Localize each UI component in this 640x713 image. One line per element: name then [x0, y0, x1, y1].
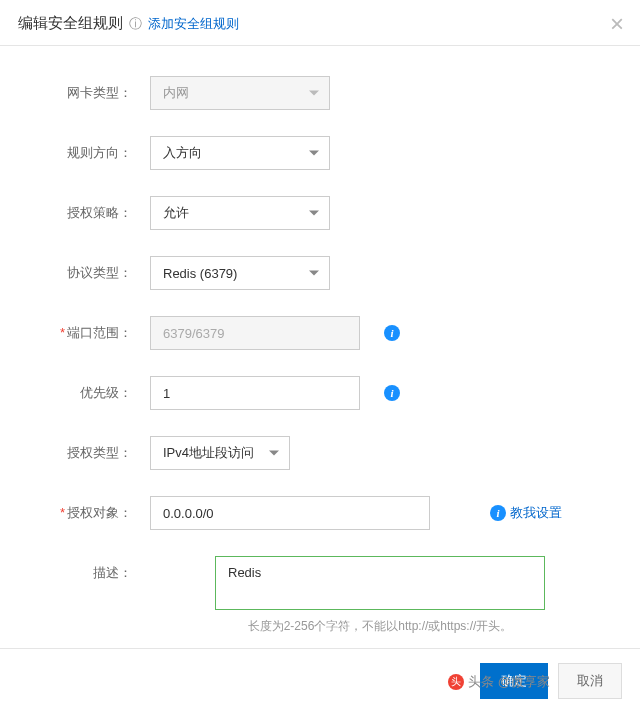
- label-protocol: 协议类型：: [30, 256, 150, 282]
- required-star: *: [60, 325, 65, 340]
- textarea-description[interactable]: [215, 556, 545, 610]
- row-description: 描述： 长度为2-256个字符，不能以http://或https://开头。: [30, 556, 610, 635]
- row-auth-object: *授权对象： i 教我设置: [30, 496, 610, 530]
- select-nic-type-value: 内网: [163, 84, 189, 102]
- close-icon[interactable]: ×: [610, 10, 624, 38]
- select-direction[interactable]: 入方向: [150, 136, 330, 170]
- chevron-down-icon: [309, 271, 319, 276]
- row-port-range: *端口范围： i: [30, 316, 610, 350]
- label-auth-object: *授权对象：: [30, 496, 150, 522]
- modal-header: 编辑安全组规则 ⓘ 添加安全组规则 ×: [0, 0, 640, 46]
- row-priority: 优先级： i: [30, 376, 610, 410]
- select-policy[interactable]: 允许: [150, 196, 330, 230]
- select-auth-type[interactable]: IPv4地址段访问: [150, 436, 290, 470]
- row-protocol: 协议类型： Redis (6379): [30, 256, 610, 290]
- select-policy-value: 允许: [163, 204, 189, 222]
- row-policy: 授权策略： 允许: [30, 196, 610, 230]
- input-auth-object[interactable]: [150, 496, 430, 530]
- input-priority[interactable]: [150, 376, 360, 410]
- info-icon: i: [490, 505, 506, 521]
- row-direction: 规则方向： 入方向: [30, 136, 610, 170]
- chevron-down-icon: [309, 91, 319, 96]
- select-direction-value: 入方向: [163, 144, 202, 162]
- chevron-down-icon: [309, 151, 319, 156]
- row-auth-type: 授权类型： IPv4地址段访问: [30, 436, 610, 470]
- watermark: 头 头条 @微享家: [448, 673, 550, 691]
- form-body: 网卡类型： 内网 规则方向： 入方向 授权策略： 允许 协议类型：: [0, 46, 640, 671]
- required-star: *: [60, 505, 65, 520]
- label-priority: 优先级：: [30, 376, 150, 402]
- info-icon[interactable]: i: [384, 325, 400, 341]
- select-protocol[interactable]: Redis (6379): [150, 256, 330, 290]
- description-hint: 长度为2-256个字符，不能以http://或https://开头。: [248, 618, 513, 635]
- label-policy: 授权策略：: [30, 196, 150, 222]
- watermark-logo-icon: 头: [448, 674, 464, 690]
- info-icon[interactable]: i: [384, 385, 400, 401]
- help-icon[interactable]: ⓘ: [129, 15, 142, 33]
- select-auth-type-value: IPv4地址段访问: [163, 444, 254, 462]
- select-nic-type: 内网: [150, 76, 330, 110]
- row-nic-type: 网卡类型： 内网: [30, 76, 610, 110]
- chevron-down-icon: [269, 451, 279, 456]
- modal-title: 编辑安全组规则: [18, 14, 123, 33]
- label-auth-type: 授权类型：: [30, 436, 150, 462]
- label-port-range: *端口范围：: [30, 316, 150, 342]
- chevron-down-icon: [309, 211, 319, 216]
- label-nic-type: 网卡类型：: [30, 76, 150, 102]
- add-rule-link[interactable]: 添加安全组规则: [148, 15, 239, 33]
- input-port-range: [150, 316, 360, 350]
- cancel-button[interactable]: 取消: [558, 663, 622, 699]
- label-description: 描述：: [30, 556, 150, 582]
- teach-me-link[interactable]: i 教我设置: [490, 504, 562, 522]
- label-direction: 规则方向：: [30, 136, 150, 162]
- select-protocol-value: Redis (6379): [163, 266, 237, 281]
